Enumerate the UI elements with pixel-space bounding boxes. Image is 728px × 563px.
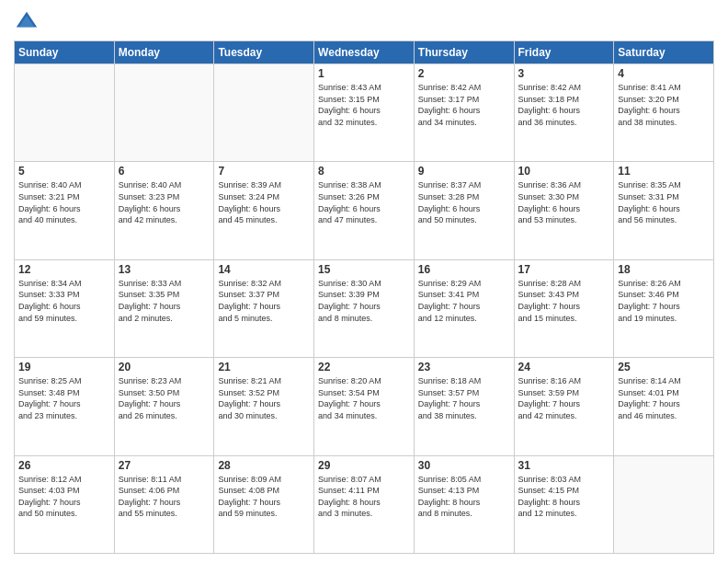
- calendar-cell: 2Sunrise: 8:42 AM Sunset: 3:17 PM Daylig…: [414, 64, 514, 162]
- day-number: 13: [119, 263, 210, 276]
- calendar-cell: 24Sunrise: 8:16 AM Sunset: 3:59 PM Dayli…: [514, 358, 614, 455]
- day-number: 9: [418, 165, 510, 178]
- page: SundayMondayTuesdayWednesdayThursdayFrid…: [0, 0, 728, 563]
- day-info: Sunrise: 8:11 AM Sunset: 4:06 PM Dayligh…: [119, 474, 210, 520]
- day-info: Sunrise: 8:43 AM Sunset: 3:15 PM Dayligh…: [318, 82, 410, 128]
- calendar-cell: [15, 64, 115, 162]
- day-number: 12: [18, 263, 110, 276]
- calendar-cell: 18Sunrise: 8:26 AM Sunset: 3:46 PM Dayli…: [614, 259, 714, 357]
- day-info: Sunrise: 8:33 AM Sunset: 3:35 PM Dayligh…: [119, 278, 210, 324]
- day-info: Sunrise: 8:25 AM Sunset: 3:48 PM Dayligh…: [18, 375, 110, 421]
- day-number: 24: [518, 361, 610, 373]
- calendar-cell: 14Sunrise: 8:32 AM Sunset: 3:37 PM Dayli…: [214, 259, 314, 357]
- day-number: 30: [418, 459, 510, 472]
- calendar-cell: 12Sunrise: 8:34 AM Sunset: 3:33 PM Dayli…: [15, 259, 115, 357]
- calendar-cell: 28Sunrise: 8:09 AM Sunset: 4:08 PM Dayli…: [214, 455, 314, 553]
- day-number: 8: [318, 165, 410, 178]
- week-row-3: 19Sunrise: 8:25 AM Sunset: 3:48 PM Dayli…: [15, 358, 714, 455]
- day-number: 19: [18, 361, 110, 373]
- day-info: Sunrise: 8:32 AM Sunset: 3:37 PM Dayligh…: [218, 278, 310, 324]
- col-header-sunday: Sunday: [15, 41, 115, 64]
- calendar-cell: 16Sunrise: 8:29 AM Sunset: 3:41 PM Dayli…: [414, 259, 514, 357]
- day-info: Sunrise: 8:29 AM Sunset: 3:41 PM Dayligh…: [418, 278, 510, 324]
- day-info: Sunrise: 8:23 AM Sunset: 3:50 PM Dayligh…: [119, 375, 210, 421]
- day-number: 29: [318, 459, 410, 472]
- calendar-cell: 15Sunrise: 8:30 AM Sunset: 3:39 PM Dayli…: [314, 259, 415, 357]
- calendar-cell: [114, 64, 214, 162]
- day-info: Sunrise: 8:40 AM Sunset: 3:21 PM Dayligh…: [18, 179, 110, 225]
- day-number: 23: [418, 361, 510, 373]
- calendar-cell: 13Sunrise: 8:33 AM Sunset: 3:35 PM Dayli…: [114, 259, 214, 357]
- calendar-cell: 23Sunrise: 8:18 AM Sunset: 3:57 PM Dayli…: [414, 358, 514, 455]
- day-info: Sunrise: 8:36 AM Sunset: 3:30 PM Dayligh…: [518, 179, 610, 225]
- day-number: 11: [618, 165, 710, 178]
- day-info: Sunrise: 8:38 AM Sunset: 3:26 PM Dayligh…: [318, 179, 410, 225]
- day-number: 14: [218, 263, 310, 276]
- col-header-monday: Monday: [114, 41, 214, 64]
- day-info: Sunrise: 8:39 AM Sunset: 3:24 PM Dayligh…: [218, 179, 310, 225]
- day-info: Sunrise: 8:20 AM Sunset: 3:54 PM Dayligh…: [318, 375, 410, 421]
- header: [14, 9, 714, 35]
- calendar-cell: 29Sunrise: 8:07 AM Sunset: 4:11 PM Dayli…: [314, 455, 415, 553]
- day-info: Sunrise: 8:09 AM Sunset: 4:08 PM Dayligh…: [218, 474, 310, 520]
- calendar-cell: 19Sunrise: 8:25 AM Sunset: 3:48 PM Dayli…: [15, 358, 115, 455]
- day-number: 15: [318, 263, 410, 276]
- week-row-4: 26Sunrise: 8:12 AM Sunset: 4:03 PM Dayli…: [15, 455, 714, 553]
- day-number: 5: [18, 165, 110, 178]
- calendar-cell: 25Sunrise: 8:14 AM Sunset: 4:01 PM Dayli…: [614, 358, 714, 455]
- day-number: 25: [618, 361, 710, 373]
- week-row-0: 1Sunrise: 8:43 AM Sunset: 3:15 PM Daylig…: [15, 64, 714, 162]
- calendar-cell: [614, 455, 714, 553]
- week-row-1: 5Sunrise: 8:40 AM Sunset: 3:21 PM Daylig…: [15, 162, 714, 259]
- day-number: 6: [119, 165, 210, 178]
- day-number: 20: [119, 361, 210, 373]
- col-header-tuesday: Tuesday: [214, 41, 314, 64]
- day-number: 4: [618, 67, 710, 80]
- calendar-table: SundayMondayTuesdayWednesdayThursdayFrid…: [14, 40, 714, 554]
- col-header-thursday: Thursday: [414, 41, 514, 64]
- day-number: 22: [318, 361, 410, 373]
- day-info: Sunrise: 8:28 AM Sunset: 3:43 PM Dayligh…: [518, 278, 610, 324]
- day-info: Sunrise: 8:37 AM Sunset: 3:28 PM Dayligh…: [418, 179, 510, 225]
- day-info: Sunrise: 8:05 AM Sunset: 4:13 PM Dayligh…: [418, 474, 510, 520]
- week-row-2: 12Sunrise: 8:34 AM Sunset: 3:33 PM Dayli…: [15, 259, 714, 357]
- day-info: Sunrise: 8:34 AM Sunset: 3:33 PM Dayligh…: [18, 278, 110, 324]
- calendar-cell: 22Sunrise: 8:20 AM Sunset: 3:54 PM Dayli…: [314, 358, 415, 455]
- calendar-cell: 17Sunrise: 8:28 AM Sunset: 3:43 PM Dayli…: [514, 259, 614, 357]
- logo-icon: [14, 9, 40, 35]
- day-number: 18: [618, 263, 710, 276]
- day-info: Sunrise: 8:18 AM Sunset: 3:57 PM Dayligh…: [418, 375, 510, 421]
- calendar-cell: 10Sunrise: 8:36 AM Sunset: 3:30 PM Dayli…: [514, 162, 614, 259]
- calendar-cell: 6Sunrise: 8:40 AM Sunset: 3:23 PM Daylig…: [114, 162, 214, 259]
- calendar-cell: 8Sunrise: 8:38 AM Sunset: 3:26 PM Daylig…: [314, 162, 415, 259]
- day-info: Sunrise: 8:40 AM Sunset: 3:23 PM Dayligh…: [119, 179, 210, 225]
- calendar-cell: 9Sunrise: 8:37 AM Sunset: 3:28 PM Daylig…: [414, 162, 514, 259]
- day-info: Sunrise: 8:12 AM Sunset: 4:03 PM Dayligh…: [18, 474, 110, 520]
- day-info: Sunrise: 8:07 AM Sunset: 4:11 PM Dayligh…: [318, 474, 410, 520]
- calendar-cell: 7Sunrise: 8:39 AM Sunset: 3:24 PM Daylig…: [214, 162, 314, 259]
- day-number: 26: [18, 459, 110, 472]
- calendar-cell: 31Sunrise: 8:03 AM Sunset: 4:15 PM Dayli…: [514, 455, 614, 553]
- calendar-cell: 30Sunrise: 8:05 AM Sunset: 4:13 PM Dayli…: [414, 455, 514, 553]
- calendar-cell: 1Sunrise: 8:43 AM Sunset: 3:15 PM Daylig…: [314, 64, 415, 162]
- day-number: 28: [218, 459, 310, 472]
- day-info: Sunrise: 8:42 AM Sunset: 3:17 PM Dayligh…: [418, 82, 510, 128]
- day-number: 31: [518, 459, 610, 472]
- calendar-cell: 5Sunrise: 8:40 AM Sunset: 3:21 PM Daylig…: [15, 162, 115, 259]
- day-info: Sunrise: 8:30 AM Sunset: 3:39 PM Dayligh…: [318, 278, 410, 324]
- calendar-cell: 3Sunrise: 8:42 AM Sunset: 3:18 PM Daylig…: [514, 64, 614, 162]
- logo: [14, 9, 43, 35]
- day-number: 10: [518, 165, 610, 178]
- header-row: SundayMondayTuesdayWednesdayThursdayFrid…: [15, 41, 714, 64]
- day-info: Sunrise: 8:41 AM Sunset: 3:20 PM Dayligh…: [618, 82, 710, 128]
- calendar-cell: 11Sunrise: 8:35 AM Sunset: 3:31 PM Dayli…: [614, 162, 714, 259]
- day-info: Sunrise: 8:42 AM Sunset: 3:18 PM Dayligh…: [518, 82, 610, 128]
- day-number: 21: [218, 361, 310, 373]
- col-header-friday: Friday: [514, 41, 614, 64]
- calendar-cell: [214, 64, 314, 162]
- col-header-saturday: Saturday: [614, 41, 714, 64]
- day-number: 27: [119, 459, 210, 472]
- day-info: Sunrise: 8:21 AM Sunset: 3:52 PM Dayligh…: [218, 375, 310, 421]
- calendar-cell: 20Sunrise: 8:23 AM Sunset: 3:50 PM Dayli…: [114, 358, 214, 455]
- col-header-wednesday: Wednesday: [314, 41, 415, 64]
